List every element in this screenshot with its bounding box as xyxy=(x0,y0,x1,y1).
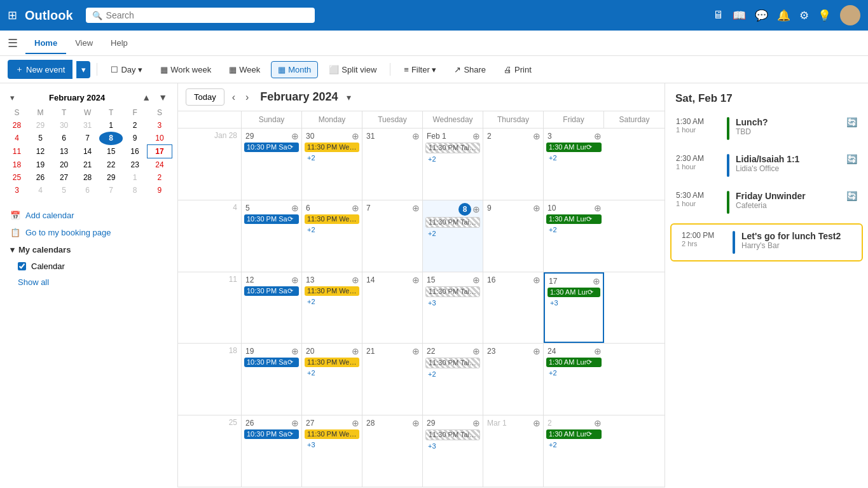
mini-cal-day[interactable]: 11 xyxy=(5,145,29,158)
mini-cal-day[interactable]: 29 xyxy=(99,171,123,184)
mini-cal-day[interactable]: 4 xyxy=(5,132,29,145)
grid-icon[interactable]: ⊞ xyxy=(8,8,17,22)
more-events-link[interactable]: +3 xyxy=(548,298,600,307)
more-events-link[interactable]: +2 xyxy=(305,153,359,162)
add-event-button[interactable]: ⊕ xyxy=(291,418,299,428)
more-events-link[interactable]: +3 xyxy=(425,298,480,307)
mini-cal-day[interactable]: 7 xyxy=(99,184,123,197)
calendar-cell[interactable]: 22⊕11:30 PM Tailspin Project Discu⟳+2 xyxy=(423,344,483,415)
add-event-button[interactable]: ⊕ xyxy=(594,418,602,428)
more-events-link[interactable]: +2 xyxy=(425,155,480,164)
mini-cal-day[interactable]: 20 xyxy=(52,158,76,172)
add-event-button[interactable]: ⊕ xyxy=(352,346,359,356)
add-event-button[interactable]: ⊕ xyxy=(352,203,359,213)
share-button[interactable]: ↗ Share xyxy=(447,61,493,78)
event-chip[interactable]: 11:30 PM Weekly call with Subs⟳ xyxy=(305,429,359,439)
mini-cal-day[interactable]: 23 xyxy=(123,158,147,172)
view-day-button[interactable]: ☐ Day ▾ xyxy=(104,61,149,78)
event-item[interactable]: 12:00 PM2 hrsLet's go for lunch Test2Har… xyxy=(670,223,863,261)
mini-cal-day[interactable]: 19 xyxy=(29,158,52,172)
mini-cal-day[interactable]: 5 xyxy=(52,184,76,197)
next-month-button[interactable]: › xyxy=(243,89,251,106)
tab-home[interactable]: Home xyxy=(25,33,66,54)
screen-icon[interactable]: 🖥 xyxy=(713,9,724,22)
help-icon[interactable]: 💡 xyxy=(818,9,831,22)
event-chip[interactable]: 10:30 PM Sa⟳ xyxy=(244,214,299,224)
mini-cal-day[interactable]: 30 xyxy=(52,119,76,132)
mini-cal-day[interactable]: 2 xyxy=(147,171,172,184)
mini-cal-day[interactable]: 10 xyxy=(147,132,172,145)
show-all-link[interactable]: Show all xyxy=(5,274,172,290)
mini-cal-day[interactable]: 29 xyxy=(29,119,52,132)
event-chip[interactable]: 11:30 PM Weekly call with Subs⟳ xyxy=(305,286,359,296)
calendar-cell[interactable]: 6⊕11:30 PM Weekly call with Subs⟳+2 xyxy=(302,200,362,272)
add-event-button[interactable]: ⊕ xyxy=(412,418,420,428)
gear-icon[interactable]: ⚙ xyxy=(799,9,809,22)
mini-cal-day[interactable]: 1 xyxy=(99,119,123,132)
mini-cal-day[interactable]: 3 xyxy=(5,184,29,197)
event-chip[interactable]: 11:30 PM Tailspin Project Discu⟳ xyxy=(425,429,480,440)
add-event-button[interactable]: ⊕ xyxy=(594,131,602,141)
event-chip[interactable]: 11:30 PM Tailspin Project Discu⟳ xyxy=(425,358,480,368)
event-chip[interactable]: 1:30 AM Lur⟳ xyxy=(548,288,600,297)
avatar[interactable] xyxy=(840,5,860,25)
add-event-button[interactable]: ⊕ xyxy=(472,418,480,428)
add-event-button[interactable]: ⊕ xyxy=(594,346,602,356)
hamburger-icon[interactable]: ☰ xyxy=(8,36,18,50)
calendar-cell[interactable]: 30⊕11:30 PM Weekly call with Subs⟳+2 xyxy=(302,129,362,200)
event-chip[interactable]: 1:30 AM Lur⟳ xyxy=(546,358,602,367)
new-event-caret[interactable]: ▾ xyxy=(76,61,90,78)
add-event-button[interactable]: ⊕ xyxy=(291,346,299,356)
mini-cal-day[interactable]: 17 xyxy=(147,145,172,158)
event-chip[interactable]: 11:30 PM Tailspin Project Discu⟳ xyxy=(425,143,480,153)
calendar-cell[interactable]: 12⊕10:30 PM Sa⟳ xyxy=(242,272,302,344)
event-item[interactable]: 1:30 AM1 hourLunch?TBD🔄 xyxy=(665,110,868,147)
event-chip[interactable]: 10:30 PM Sa⟳ xyxy=(244,358,299,367)
calendar-cell[interactable]: 7⊕ xyxy=(362,200,423,272)
add-event-button[interactable]: ⊕ xyxy=(352,131,359,141)
add-event-button[interactable]: ⊕ xyxy=(594,203,602,213)
mini-cal-day[interactable]: 12 xyxy=(29,145,52,158)
mini-cal-day[interactable]: 18 xyxy=(5,158,29,172)
mini-cal-day[interactable]: 26 xyxy=(29,171,52,184)
add-event-button[interactable]: ⊕ xyxy=(291,131,299,141)
today-button[interactable]: Today xyxy=(186,88,224,106)
calendar-cell[interactable]: 2⊕ xyxy=(483,129,544,200)
event-chip[interactable]: 1:30 AM Lur⟳ xyxy=(546,214,602,224)
add-event-button[interactable]: ⊕ xyxy=(472,275,480,285)
add-event-button[interactable]: ⊕ xyxy=(472,131,480,141)
mini-cal-day[interactable]: 5 xyxy=(29,132,52,145)
view-workweek-button[interactable]: ▦ Work week xyxy=(153,61,218,78)
event-chip[interactable]: 10:30 PM Sa⟳ xyxy=(244,429,299,439)
event-item[interactable]: 5:30 AM1 hourFriday UnwinderCafeteria🔄 xyxy=(665,184,868,221)
event-item[interactable]: 2:30 AM1 hourLidia/Isaiah 1:1Lidia's Off… xyxy=(665,147,868,184)
event-chip[interactable]: 11:30 PM Weekly call with Subs⟳ xyxy=(305,143,359,152)
calendar-cell[interactable]: Mar 1⊕ xyxy=(483,415,544,487)
add-event-button[interactable]: ⊕ xyxy=(533,346,541,356)
calendar-cell[interactable]: 14⊕ xyxy=(362,272,423,344)
calendar-cell[interactable]: 29⊕10:30 PM Sa⟳ xyxy=(242,129,302,200)
add-event-button[interactable]: ⊕ xyxy=(472,346,480,356)
more-events-link[interactable]: +2 xyxy=(546,153,602,162)
bell-icon[interactable]: 🔔 xyxy=(777,9,790,22)
add-event-button[interactable]: ⊕ xyxy=(412,203,420,213)
mini-cal-day[interactable]: 1 xyxy=(123,171,147,184)
more-events-link[interactable]: +2 xyxy=(425,370,480,379)
mini-cal-day[interactable]: 8 xyxy=(99,132,123,145)
mini-cal-day[interactable]: 9 xyxy=(147,184,172,197)
more-events-link[interactable]: +2 xyxy=(546,440,602,449)
calendar-cell[interactable]: 19⊕10:30 PM Sa⟳ xyxy=(242,344,302,415)
mini-cal-day[interactable]: 25 xyxy=(5,171,29,184)
mini-cal-day[interactable]: 22 xyxy=(99,158,123,172)
more-events-link[interactable]: +3 xyxy=(425,442,480,450)
event-chip[interactable]: 11:30 PM Weekly call with Subs⟳ xyxy=(305,214,359,224)
split-view-button[interactable]: ⬜ Split view xyxy=(322,61,383,78)
add-calendar-link[interactable]: 📅 Add calendar xyxy=(5,207,172,224)
more-events-link[interactable]: +2 xyxy=(546,368,602,377)
add-event-button[interactable]: ⊕ xyxy=(533,418,541,428)
calendar-cell[interactable]: 2⊕1:30 AM Lur⟳+2 xyxy=(544,415,604,487)
prev-month-button[interactable]: ‹ xyxy=(230,89,238,106)
event-chip[interactable]: 10:30 PM Sa⟳ xyxy=(244,286,299,296)
tab-view[interactable]: View xyxy=(66,33,102,54)
add-event-button[interactable]: ⊕ xyxy=(533,203,541,213)
